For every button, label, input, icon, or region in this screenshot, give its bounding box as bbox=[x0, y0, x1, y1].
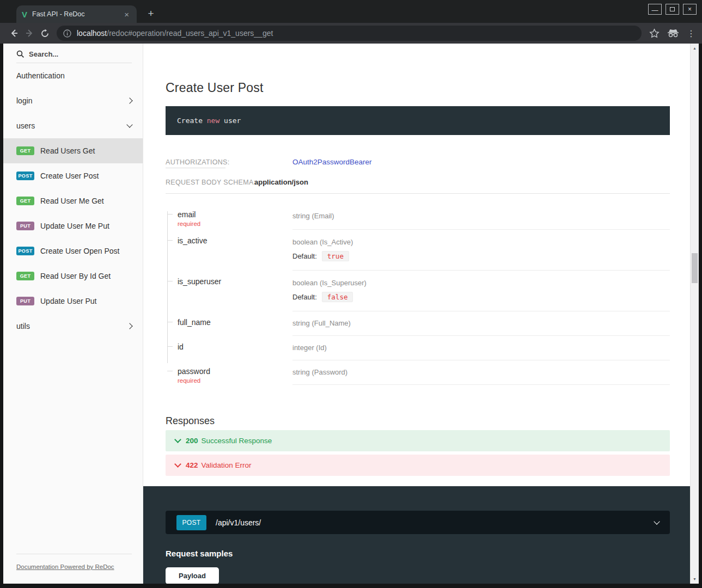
responses-heading: Responses bbox=[166, 415, 670, 427]
page-scrollbar[interactable]: ▲ ▼ bbox=[690, 44, 699, 584]
field-row-is-active: is_active boolean (Is_Active) Default:tr… bbox=[166, 230, 670, 271]
code-text: user bbox=[219, 117, 241, 125]
browser-tab[interactable]: V Fast API - ReDoc × bbox=[16, 5, 137, 23]
post-method-badge: POST bbox=[16, 171, 34, 180]
sidebar-item-label: Read User By Id Get bbox=[40, 272, 132, 280]
chevron-down-icon bbox=[174, 461, 181, 468]
forward-button[interactable] bbox=[22, 26, 37, 41]
field-row-id: id integer (Id) bbox=[166, 336, 670, 360]
sidebar-item-read-user-by-id-get[interactable]: GET Read User By Id Get bbox=[3, 264, 143, 289]
scroll-thumb[interactable] bbox=[692, 253, 698, 283]
oauth2-link[interactable]: OAuth2PasswordBearer bbox=[292, 158, 670, 166]
sidebar-item-label: Update User Me Put bbox=[40, 222, 132, 230]
field-name[interactable]: email bbox=[178, 210, 292, 219]
field-name[interactable]: is_active bbox=[178, 236, 292, 245]
window-maximize-button[interactable] bbox=[666, 4, 679, 15]
field-row-password: password required string (Password) bbox=[166, 360, 670, 385]
new-tab-button[interactable]: + bbox=[144, 7, 158, 21]
window-controls: — × bbox=[648, 4, 697, 15]
chevron-down-icon bbox=[654, 518, 660, 524]
info-icon[interactable] bbox=[63, 29, 71, 38]
field-type: boolean (Is_Superuser) bbox=[292, 279, 367, 287]
tab-close-icon[interactable]: × bbox=[122, 10, 131, 19]
search-box[interactable] bbox=[3, 44, 143, 63]
content-type-value: application/json bbox=[254, 178, 670, 186]
response-code: 200 bbox=[186, 437, 198, 445]
response-text: Successful Response bbox=[202, 437, 272, 445]
field-name[interactable]: password bbox=[178, 367, 292, 376]
bookmark-star-icon[interactable] bbox=[649, 28, 660, 39]
chevron-right-icon bbox=[126, 323, 132, 329]
page-title: Create User Post bbox=[166, 81, 670, 95]
field-row-is-superuser: is_superuser boolean (Is_Superuser) Defa… bbox=[166, 271, 670, 311]
samples-panel: POST /api/v1/users/ Request samples Payl… bbox=[143, 486, 690, 584]
field-type: boolean (Is_Active) bbox=[292, 238, 353, 246]
response-422-panel[interactable]: 422 Validation Error bbox=[166, 455, 670, 476]
sidebar-item-users[interactable]: users bbox=[3, 113, 143, 138]
field-row-email: email required string (Email) bbox=[166, 204, 670, 230]
sidebar-item-login[interactable]: login bbox=[3, 88, 143, 113]
search-icon bbox=[16, 50, 25, 58]
endpoint-path: /api/v1/users/ bbox=[216, 518, 261, 527]
back-button[interactable] bbox=[7, 26, 22, 41]
browser-window: V Fast API - ReDoc × + — × localhost/red… bbox=[0, 0, 702, 588]
incognito-icon bbox=[667, 29, 679, 38]
payload-tab[interactable]: Payload bbox=[166, 567, 219, 584]
field-type: string (Password) bbox=[292, 368, 347, 376]
authorizations-row: AUTHORIZATIONS: OAuth2PasswordBearer bbox=[166, 158, 670, 168]
request-body-row: REQUEST BODY SCHEMA: application/json bbox=[166, 178, 670, 194]
url-path: /redoc#operation/read_users_api_v1_users… bbox=[107, 29, 273, 38]
put-method-badge: PUT bbox=[16, 222, 34, 230]
field-type: integer (Id) bbox=[292, 344, 327, 352]
get-method-badge: GET bbox=[16, 197, 34, 205]
chevron-down-icon bbox=[174, 436, 181, 443]
search-input[interactable] bbox=[29, 50, 116, 58]
redoc-footer-link[interactable]: Documentation Powered by ReDoc bbox=[16, 564, 114, 570]
sidebar-item-authentication[interactable]: Authentication bbox=[3, 63, 143, 88]
scroll-down-button[interactable]: ▼ bbox=[691, 577, 699, 581]
request-samples-heading: Request samples bbox=[166, 549, 670, 558]
sidebar-item-create-user-post[interactable]: POST Create User Post bbox=[3, 163, 143, 188]
main-content: Create User Post Create new user AUTHORI… bbox=[143, 44, 690, 584]
window-minimize-button[interactable]: — bbox=[648, 4, 662, 15]
sidebar-item-update-user-me-put[interactable]: PUT Update User Me Put bbox=[3, 213, 143, 238]
required-label: required bbox=[178, 377, 292, 384]
put-method-badge: PUT bbox=[16, 297, 34, 305]
page-content: Authentication login users GET Read User… bbox=[0, 44, 702, 584]
field-name[interactable]: full_name bbox=[178, 318, 292, 327]
sidebar-item-label: Authentication bbox=[16, 71, 132, 80]
field-name[interactable]: id bbox=[178, 342, 292, 351]
sidebar-footer: Documentation Powered by ReDoc bbox=[3, 554, 143, 584]
browser-menu-icon[interactable]: ⋮ bbox=[687, 28, 695, 39]
window-border bbox=[0, 584, 702, 588]
sidebar-item-utils[interactable]: utils bbox=[3, 314, 143, 339]
vue-favicon-icon: V bbox=[22, 10, 27, 19]
code-keyword: new bbox=[207, 117, 219, 125]
url-bar[interactable]: localhost/redoc#operation/read_users_api… bbox=[57, 26, 642, 41]
sidebar-item-update-user-put[interactable]: PUT Update User Put bbox=[3, 289, 143, 314]
tab-title: Fast API - ReDoc bbox=[32, 10, 122, 18]
sidebar-item-label: Read User Me Get bbox=[40, 197, 132, 205]
authorizations-label: AUTHORIZATIONS: bbox=[166, 158, 225, 168]
default-label: Default: bbox=[292, 252, 317, 260]
operation-doc: Create User Post Create new user AUTHORI… bbox=[143, 44, 690, 486]
endpoint-dropdown[interactable]: POST /api/v1/users/ bbox=[166, 511, 670, 534]
field-name[interactable]: is_superuser bbox=[178, 277, 292, 286]
scroll-up-button[interactable]: ▲ bbox=[691, 46, 699, 50]
field-type: string (Email) bbox=[292, 212, 334, 220]
reload-button[interactable] bbox=[37, 26, 52, 41]
sidebar-item-read-user-me-get[interactable]: GET Read User Me Get bbox=[3, 188, 143, 213]
required-label: required bbox=[178, 220, 292, 227]
default-value-chip: true bbox=[322, 251, 349, 261]
window-close-button[interactable]: × bbox=[683, 4, 697, 15]
sidebar-item-label: Create User Post bbox=[40, 171, 132, 180]
response-200-panel[interactable]: 200 Successful Response bbox=[166, 430, 670, 451]
titlebar: V Fast API - ReDoc × + — × bbox=[0, 0, 702, 23]
response-text: Validation Error bbox=[202, 461, 252, 469]
browser-toolbar: localhost/redoc#operation/read_users_api… bbox=[0, 23, 702, 44]
sidebar-item-create-user-open-post[interactable]: POST Create User Open Post bbox=[3, 238, 143, 264]
field-row-full-name: full_name string (Full_Name) bbox=[166, 311, 670, 336]
sidebar-item-read-users-get[interactable]: GET Read Users Get bbox=[3, 138, 143, 163]
sidebar-item-label: Create User Open Post bbox=[40, 247, 132, 255]
default-label: Default: bbox=[292, 293, 317, 301]
